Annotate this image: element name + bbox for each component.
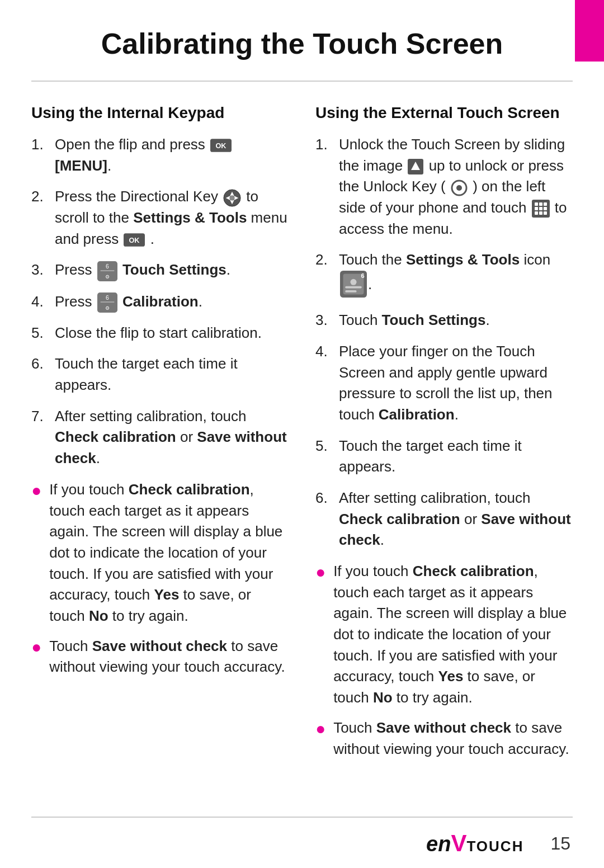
step-ext-num-4: 4. [315,341,339,362]
svg-text:⚙: ⚙ [105,305,110,311]
step-external-5: 5. Touch the target each time it appears… [315,436,573,478]
settings-tools-bold-2: Settings & Tools [406,251,520,268]
left-column: Using the Internal Keypad 1. Open the fl… [31,104,289,768]
external-screen-bullets: ● If you touch Check calibration, touch … [315,561,573,760]
step-internal-1: 1. Open the flip and press OK [MENU]. [31,134,289,176]
check-cal-bold-1: Check calibration [129,481,250,498]
pink-tab-decoration [575,0,604,62]
bullet-internal-2: ● Touch Save without check to save witho… [31,636,289,678]
svg-text:6: 6 [106,263,109,270]
step-ext-num-6: 6. [315,488,339,509]
step-internal-3: 3. Press 6 ⚙ Touch Settings. [31,260,289,281]
bullet-dot-2: ● [31,636,41,659]
no-bold-ext: No [373,689,393,706]
step-external-6: 6. After setting calibration, touch Chec… [315,488,573,551]
yes-bold-ext: Yes [438,668,464,685]
step-num-2: 2. [31,186,55,207]
page-container: Calibrating the Touch Screen Using the I… [0,0,604,868]
no-bold-1: No [89,607,108,624]
numkey-6-icon-cal: 6 ⚙ [97,293,117,313]
svg-rect-12 [100,270,114,271]
bullet-content-2: Touch Save without check to save without… [49,636,289,678]
brand-touch: TOUCH [466,838,523,855]
calibration-label-1: Calibration [122,293,199,310]
save-without-bold-1: Save without check [92,638,227,654]
internal-keypad-bullets: ● If you touch Check calibration, touch … [31,479,289,678]
svg-rect-35 [345,286,362,289]
left-column-heading: Using the Internal Keypad [31,104,289,122]
step-num-7: 7. [31,406,55,427]
numkey-6-icon-touch: 6 ⚙ [97,261,117,281]
step-internal-2: 2. Press the Directional Key to scro [31,186,289,249]
internal-keypad-steps: 1. Open the flip and press OK [MENU]. 2. [31,134,289,469]
svg-rect-26 [535,207,538,210]
step-ext-num-3: 3. [315,310,339,331]
menu-label: [MENU] [55,157,107,174]
bullet-content-ext-2: Touch Save without check to save without… [333,718,573,760]
right-column: Using the External Touch Screen 1. Unloc… [315,104,573,768]
step-content-2: Press the Directional Key to scroll to t… [55,186,289,249]
svg-text:OK: OK [129,237,140,244]
step-content-3: Press 6 ⚙ Touch Settings. [55,260,289,281]
step-num-3: 3. [31,260,55,281]
svg-rect-36 [345,290,356,293]
step-ext-num-1: 1. [315,134,339,155]
page-number: 15 [550,833,570,854]
step-content-7: After setting calibration, touch Check c… [55,406,289,469]
step-ext-content-4: Place your finger on the Touch Screen an… [339,341,573,426]
check-cal-label-1: Check calibration [55,428,176,445]
unlock-key-icon [451,180,468,196]
step-num-1: 1. [31,134,55,155]
svg-point-21 [456,185,462,191]
brand-v: V [451,830,466,857]
settings-tools-large-icon: 6 [340,271,367,298]
step-internal-6: 6. Touch the target each time it appears… [31,353,289,395]
save-without-bold-ext-2: Save without check [376,719,511,736]
step-ext-content-1: Unlock the Touch Screen by sliding the i… [339,134,573,239]
yes-bold-1: Yes [154,586,180,603]
step-external-2: 2. Touch the Settings & Tools icon 6 . [315,249,573,300]
brand-logo: en V TOUCH [426,830,534,857]
grid-menu-icon [532,200,550,218]
step-content-1: Open the flip and press OK [MENU]. [55,134,289,176]
step-content-4: Press 6 ⚙ Calibration. [55,291,289,313]
svg-rect-31 [544,211,547,215]
step-ext-content-6: After setting calibration, touch Check c… [339,488,573,551]
svg-point-7 [229,195,234,200]
step-internal-5: 5. Close the flip to start calibration. [31,323,289,344]
step-external-3: 3. Touch Touch Settings. [315,310,573,331]
footer: en V TOUCH 15 [426,830,570,857]
bullet-dot-ext-1: ● [315,561,325,584]
step-internal-7: 7. After setting calibration, touch Chec… [31,406,289,469]
page-title: Calibrating the Touch Screen [31,0,573,82]
svg-rect-23 [535,202,538,206]
touch-settings-label-1: Touch Settings [122,261,226,278]
bottom-separator [31,817,573,818]
step-external-1: 1. Unlock the Touch Screen by sliding th… [315,134,573,239]
check-cal-bold-ext-2: Check calibration [413,563,534,579]
svg-rect-30 [539,211,542,215]
step-num-4: 4. [31,291,55,313]
svg-rect-27 [539,207,542,210]
step-ext-content-2: Touch the Settings & Tools icon 6 . [339,249,573,300]
step-ext-content-5: Touch the target each time it appears. [339,436,573,478]
svg-rect-28 [544,207,547,210]
touch-settings-bold-ext: Touch Settings [382,312,486,328]
svg-point-34 [350,279,356,285]
external-screen-steps: 1. Unlock the Touch Screen by sliding th… [315,134,573,551]
content-area: Using the Internal Keypad 1. Open the fl… [0,82,604,768]
step-ext-content-3: Touch Touch Settings. [339,310,573,331]
ok-button-icon-2: OK [124,233,145,247]
bullet-dot-ext-2: ● [315,718,325,740]
arrow-up-icon [408,159,423,174]
bullet-dot-1: ● [31,479,41,502]
svg-rect-29 [535,211,538,215]
directional-key-icon [223,189,241,207]
bullet-content-ext-1: If you touch Check calibration, touch ea… [333,561,573,709]
svg-rect-16 [100,301,114,303]
step-num-5: 5. [31,323,55,344]
calibration-bold-ext: Calibration [379,406,455,423]
bullet-internal-1: ● If you touch Check calibration, touch … [31,479,289,627]
bullet-content-1: If you touch Check calibration, touch ea… [49,479,289,627]
svg-rect-25 [544,202,547,206]
